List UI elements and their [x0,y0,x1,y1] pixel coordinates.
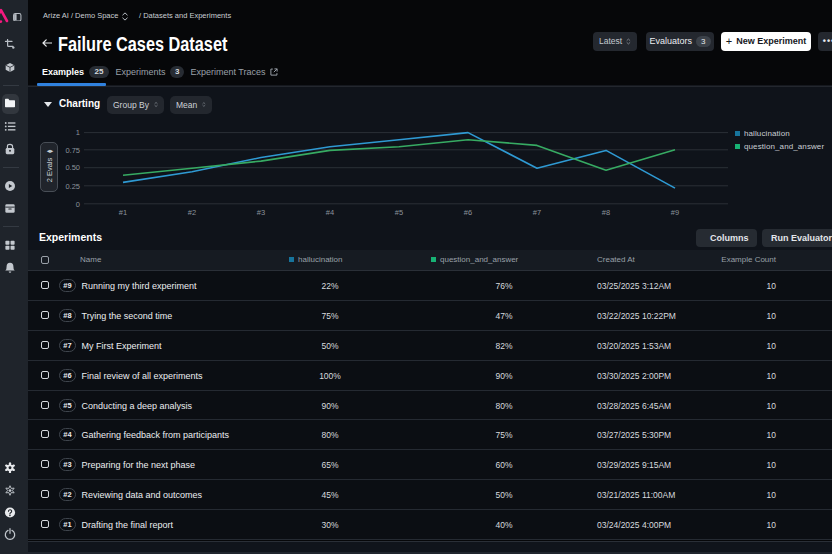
svg-text:#7: #7 [533,208,541,217]
svg-text:0.25: 0.25 [65,182,80,191]
svg-text:#4: #4 [326,208,334,217]
svg-text:1: 1 [76,128,80,137]
svg-text:#8: #8 [602,208,610,217]
svg-text:#3: #3 [257,208,265,217]
svg-text:0.75: 0.75 [65,146,80,155]
svg-text:0.50: 0.50 [65,163,80,172]
svg-text:#1: #1 [119,208,127,217]
svg-text:#6: #6 [464,208,472,217]
svg-text:#9: #9 [671,208,679,217]
svg-text:0: 0 [76,200,80,209]
svg-text:#5: #5 [395,208,403,217]
svg-text:#2: #2 [188,208,196,217]
